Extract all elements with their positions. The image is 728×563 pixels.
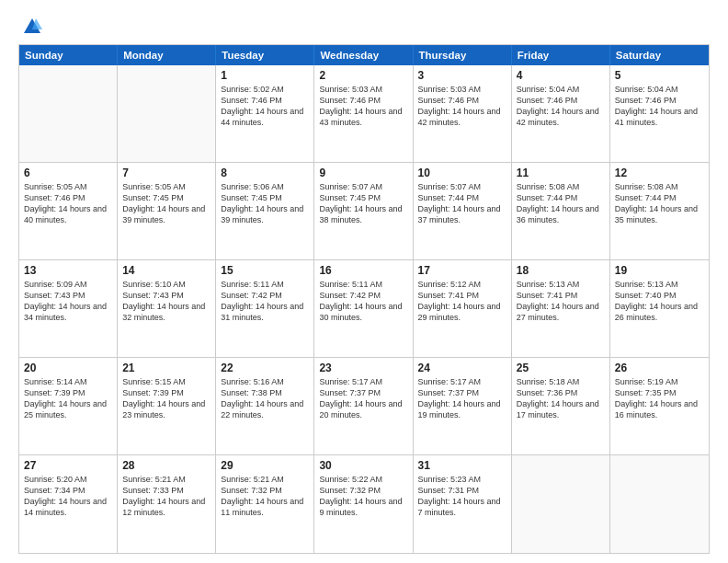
sunset-text: Sunset: 7:45 PM	[221, 192, 309, 203]
day-cell-15: 15Sunrise: 5:11 AMSunset: 7:42 PMDayligh…	[216, 260, 314, 357]
sunrise-text: Sunrise: 5:05 AM	[122, 181, 210, 192]
sunrise-text: Sunrise: 5:02 AM	[221, 84, 309, 95]
sunset-text: Sunset: 7:44 PM	[418, 192, 506, 203]
daylight-text: Daylight: 14 hours and 7 minutes.	[418, 496, 506, 518]
daylight-text: Daylight: 14 hours and 36 minutes.	[517, 203, 605, 225]
sunrise-text: Sunrise: 5:06 AM	[221, 181, 309, 192]
sunset-text: Sunset: 7:37 PM	[418, 387, 506, 398]
sunrise-text: Sunrise: 5:03 AM	[319, 84, 407, 95]
sunrise-text: Sunrise: 5:22 AM	[319, 474, 407, 485]
day-cell-21: 21Sunrise: 5:15 AMSunset: 7:39 PMDayligh…	[118, 358, 216, 454]
day-cell-20: 20Sunrise: 5:14 AMSunset: 7:39 PMDayligh…	[19, 358, 118, 454]
empty-cell	[512, 455, 610, 553]
day-cell-11: 11Sunrise: 5:08 AMSunset: 7:44 PMDayligh…	[512, 163, 610, 259]
day-number: 23	[319, 362, 407, 374]
weekday-header-thursday: Thursday	[414, 45, 512, 65]
daylight-text: Daylight: 14 hours and 38 minutes.	[319, 203, 407, 225]
sunrise-text: Sunrise: 5:11 AM	[221, 279, 309, 290]
day-number: 15	[221, 264, 309, 277]
day-number: 24	[418, 362, 506, 374]
sunset-text: Sunset: 7:46 PM	[221, 95, 309, 106]
sunrise-text: Sunrise: 5:05 AM	[24, 181, 112, 192]
daylight-text: Daylight: 14 hours and 37 minutes.	[418, 203, 506, 225]
day-cell-27: 27Sunrise: 5:20 AMSunset: 7:34 PMDayligh…	[19, 455, 118, 553]
logo	[18, 17, 42, 37]
day-cell-9: 9Sunrise: 5:07 AMSunset: 7:45 PMDaylight…	[314, 163, 413, 259]
daylight-text: Daylight: 14 hours and 44 minutes.	[221, 106, 309, 128]
day-cell-25: 25Sunrise: 5:18 AMSunset: 7:36 PMDayligh…	[512, 358, 610, 454]
sunrise-text: Sunrise: 5:20 AM	[24, 474, 112, 485]
sunset-text: Sunset: 7:41 PM	[418, 290, 506, 301]
sunset-text: Sunset: 7:37 PM	[319, 387, 407, 398]
day-cell-29: 29Sunrise: 5:21 AMSunset: 7:32 PMDayligh…	[216, 455, 314, 553]
sunrise-text: Sunrise: 5:07 AM	[319, 181, 407, 192]
day-cell-30: 30Sunrise: 5:22 AMSunset: 7:32 PMDayligh…	[314, 455, 413, 553]
sunset-text: Sunset: 7:39 PM	[122, 387, 210, 398]
day-cell-4: 4Sunrise: 5:04 AMSunset: 7:46 PMDaylight…	[512, 65, 610, 162]
sunrise-text: Sunrise: 5:09 AM	[24, 279, 112, 290]
calendar-week-5: 27Sunrise: 5:20 AMSunset: 7:34 PMDayligh…	[19, 455, 709, 553]
page: SundayMondayTuesdayWednesdayThursdayFrid…	[0, 0, 728, 563]
sunrise-text: Sunrise: 5:14 AM	[24, 376, 112, 387]
day-number: 10	[418, 167, 506, 179]
sunset-text: Sunset: 7:42 PM	[319, 290, 407, 301]
day-number: 17	[418, 264, 506, 277]
day-cell-8: 8Sunrise: 5:06 AMSunset: 7:45 PMDaylight…	[216, 163, 314, 259]
weekday-header-sunday: Sunday	[19, 45, 118, 65]
day-number: 18	[517, 264, 605, 277]
daylight-text: Daylight: 14 hours and 43 minutes.	[319, 106, 407, 128]
day-cell-2: 2Sunrise: 5:03 AMSunset: 7:46 PMDaylight…	[314, 65, 413, 162]
day-number: 4	[517, 69, 605, 82]
sunset-text: Sunset: 7:32 PM	[221, 485, 309, 496]
sunrise-text: Sunrise: 5:07 AM	[418, 181, 506, 192]
day-number: 3	[418, 69, 506, 82]
calendar: SundayMondayTuesdayWednesdayThursdayFrid…	[18, 44, 710, 554]
day-number: 30	[319, 459, 407, 472]
weekday-header-monday: Monday	[118, 45, 216, 65]
sunset-text: Sunset: 7:46 PM	[615, 95, 704, 106]
calendar-header: SundayMondayTuesdayWednesdayThursdayFrid…	[19, 45, 709, 65]
day-cell-1: 1Sunrise: 5:02 AMSunset: 7:46 PMDaylight…	[216, 65, 314, 162]
daylight-text: Daylight: 14 hours and 31 minutes.	[221, 301, 309, 323]
sunset-text: Sunset: 7:46 PM	[418, 95, 506, 106]
day-number: 5	[615, 69, 704, 82]
sunset-text: Sunset: 7:40 PM	[615, 290, 704, 301]
daylight-text: Daylight: 14 hours and 17 minutes.	[517, 398, 605, 420]
sunset-text: Sunset: 7:32 PM	[319, 485, 407, 496]
day-cell-10: 10Sunrise: 5:07 AMSunset: 7:44 PMDayligh…	[414, 163, 512, 259]
day-cell-13: 13Sunrise: 5:09 AMSunset: 7:43 PMDayligh…	[19, 260, 118, 357]
daylight-text: Daylight: 14 hours and 11 minutes.	[221, 496, 309, 518]
day-number: 26	[615, 362, 704, 374]
day-number: 11	[517, 167, 605, 179]
daylight-text: Daylight: 14 hours and 39 minutes.	[221, 203, 309, 225]
daylight-text: Daylight: 14 hours and 32 minutes.	[122, 301, 210, 323]
calendar-week-2: 6Sunrise: 5:05 AMSunset: 7:46 PMDaylight…	[19, 163, 709, 260]
day-number: 20	[24, 362, 112, 374]
daylight-text: Daylight: 14 hours and 22 minutes.	[221, 398, 309, 420]
sunrise-text: Sunrise: 5:19 AM	[615, 376, 704, 387]
day-number: 19	[615, 264, 704, 277]
day-cell-17: 17Sunrise: 5:12 AMSunset: 7:41 PMDayligh…	[414, 260, 512, 357]
day-cell-6: 6Sunrise: 5:05 AMSunset: 7:46 PMDaylight…	[19, 163, 118, 259]
sunrise-text: Sunrise: 5:11 AM	[319, 279, 407, 290]
sunrise-text: Sunrise: 5:03 AM	[418, 84, 506, 95]
weekday-header-wednesday: Wednesday	[314, 45, 413, 65]
day-number: 21	[122, 362, 210, 374]
day-cell-26: 26Sunrise: 5:19 AMSunset: 7:35 PMDayligh…	[610, 358, 709, 454]
day-number: 22	[221, 362, 309, 374]
day-number: 31	[418, 459, 506, 472]
sunrise-text: Sunrise: 5:13 AM	[615, 279, 704, 290]
sunset-text: Sunset: 7:41 PM	[517, 290, 605, 301]
sunset-text: Sunset: 7:35 PM	[615, 387, 704, 398]
day-cell-7: 7Sunrise: 5:05 AMSunset: 7:45 PMDaylight…	[118, 163, 216, 259]
empty-cell	[19, 65, 118, 162]
daylight-text: Daylight: 14 hours and 19 minutes.	[418, 398, 506, 420]
empty-cell	[610, 455, 709, 553]
sunrise-text: Sunrise: 5:04 AM	[615, 84, 704, 95]
day-cell-24: 24Sunrise: 5:17 AMSunset: 7:37 PMDayligh…	[414, 358, 512, 454]
day-cell-23: 23Sunrise: 5:17 AMSunset: 7:37 PMDayligh…	[314, 358, 413, 454]
day-cell-14: 14Sunrise: 5:10 AMSunset: 7:43 PMDayligh…	[118, 260, 216, 357]
sunrise-text: Sunrise: 5:04 AM	[517, 84, 605, 95]
daylight-text: Daylight: 14 hours and 30 minutes.	[319, 301, 407, 323]
day-cell-22: 22Sunrise: 5:16 AMSunset: 7:38 PMDayligh…	[216, 358, 314, 454]
